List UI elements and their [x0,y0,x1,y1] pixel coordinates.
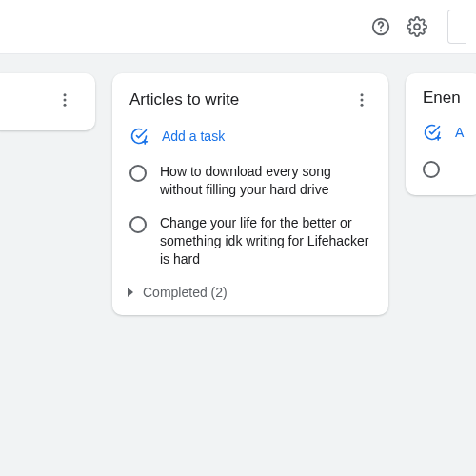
chevron-right-icon [128,288,133,297]
task-text: Change your life for the better or somet… [160,214,371,268]
gear-icon[interactable] [406,15,428,38]
add-task-icon [129,127,149,146]
svg-point-1 [380,30,382,32]
svg-point-7 [361,99,364,102]
radio-unchecked-icon[interactable] [423,161,440,178]
completed-toggle[interactable]: Completed (2) [118,275,383,306]
account-button[interactable] [447,10,466,44]
top-bar [0,0,476,53]
add-task-button[interactable]: Add a task [118,121,383,155]
list-title: Enen [423,89,461,108]
svg-point-4 [64,99,67,102]
svg-point-2 [414,24,420,30]
svg-point-6 [361,93,364,96]
list-header: Articles to write [118,87,383,121]
add-task-button[interactable]: A [411,117,476,151]
completed-label: Completed (2) [143,285,228,300]
add-task-label: A [455,125,464,140]
add-task-icon [423,123,442,142]
svg-point-5 [64,104,67,107]
more-vert-icon[interactable] [53,89,76,111]
task-row[interactable]: How to download every song without filli… [118,155,383,207]
list-header: Enen [411,87,476,117]
list-title: Articles to write [129,90,239,109]
svg-point-3 [64,93,67,96]
add-task-label: Add a task [162,129,225,144]
radio-unchecked-icon[interactable] [129,216,147,233]
more-vert-icon[interactable] [350,89,373,111]
task-row[interactable] [411,151,476,186]
radio-unchecked-icon[interactable] [129,165,147,182]
svg-point-8 [361,104,364,107]
task-list-card: Enen A [406,73,476,195]
list-header [0,87,86,121]
task-list-card [0,73,95,130]
board: Articles to write Add a task How to down… [0,54,476,476]
task-row[interactable]: Change your life for the better or somet… [118,207,383,276]
task-list-card: Articles to write Add a task How to down… [112,73,388,315]
help-icon[interactable] [369,15,392,38]
task-text: How to download every song without filli… [160,163,371,199]
